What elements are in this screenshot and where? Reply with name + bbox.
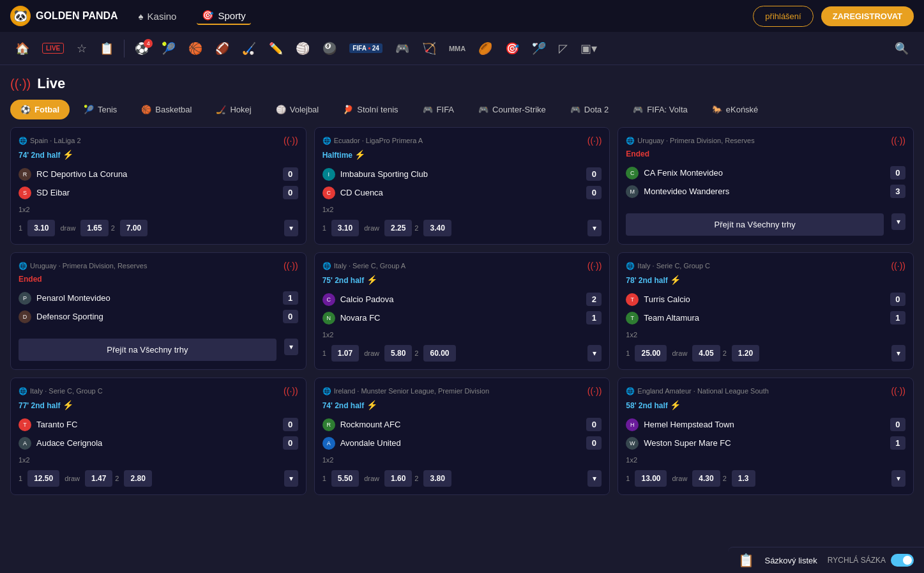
sport-tab-dota2[interactable]: 🎮Dota 2	[560, 100, 619, 119]
odd-draw-button[interactable]: 5.80	[384, 345, 412, 362]
live-indicator: ((·))	[587, 135, 602, 146]
odd2-button[interactable]: 3.80	[423, 470, 451, 487]
search-icon[interactable]: 🔍	[890, 38, 914, 59]
odds-label: 1x2	[322, 456, 602, 464]
odd-draw-button[interactable]: 1.65	[80, 220, 108, 236]
expand-button[interactable]: ▾	[587, 220, 602, 236]
home-team-row: T Taranto FC 0	[19, 415, 298, 434]
sport-tab-counter-strike[interactable]: 🎮Counter-Strike	[468, 100, 556, 119]
favorites-icon[interactable]: ☆	[72, 38, 92, 59]
away-team-row: D Defensor Sporting 0	[19, 307, 298, 326]
expand-button[interactable]: ▾	[891, 470, 905, 487]
home-icon[interactable]: 🏠	[10, 38, 34, 59]
odd2-button[interactable]: 7.00	[120, 220, 148, 236]
odd1-button[interactable]: 3.10	[331, 220, 359, 236]
sport-tab-icon: 🏀	[141, 105, 151, 114]
odd2-button[interactable]: 60.00	[423, 345, 455, 362]
sport-tab-fifa[interactable]: 🎮FIFA	[413, 100, 464, 119]
odd-draw-button[interactable]: 4.05	[692, 345, 720, 362]
mma-icon[interactable]: MMA	[444, 41, 471, 56]
odd1-button[interactable]: 3.10	[27, 220, 55, 236]
home-team-info: H Hemel Hempstead Town	[626, 418, 734, 431]
odd2-button[interactable]: 3.40	[423, 220, 451, 236]
soccer-icon[interactable]: ⚽ 4	[130, 38, 154, 59]
draw-label: draw	[364, 224, 379, 232]
odd-draw-button[interactable]: 1.60	[384, 470, 412, 487]
go-markets-row: Přejít na Všechny trhy ▾	[626, 207, 905, 236]
expand-button[interactable]: ▾	[587, 345, 602, 362]
home-team-name: Calcio Padova	[340, 294, 394, 304]
home-team-logo: I	[322, 168, 335, 181]
diagonal-icon[interactable]: ◸	[554, 38, 573, 59]
odd1-button[interactable]: 13.00	[635, 470, 667, 487]
odd1-button[interactable]: 12.50	[27, 470, 59, 487]
live-badge-nav[interactable]: LIVE	[37, 39, 69, 57]
sport-tab-fotbal[interactable]: ⚽Fotbal	[10, 100, 70, 119]
away-team-info: A Avondale United	[322, 437, 401, 450]
away-team-row: S SD Eibar 0	[19, 183, 298, 202]
go-markets-button[interactable]: Přejít na Všechny trhy	[19, 339, 276, 361]
odd-draw-button[interactable]: 4.30	[692, 470, 720, 487]
odd1-label: 1	[322, 224, 326, 232]
match-card-match2: 🌐 Ecuador · LigaPro Primera A ((·)) Half…	[314, 127, 610, 245]
expand-button[interactable]: ▾	[891, 213, 905, 230]
odd1-button[interactable]: 25.00	[635, 345, 667, 362]
billiards-icon[interactable]: 🎱	[317, 38, 342, 59]
live-indicator: ((·))	[891, 261, 905, 271]
odd1-button[interactable]: 1.07	[331, 345, 359, 362]
sport-tab-basketbal[interactable]: 🏀Basketbal	[131, 100, 202, 119]
odd-draw-button[interactable]: 1.47	[85, 470, 112, 487]
logo[interactable]: 🐼 GOLDEN PANDA	[10, 6, 118, 26]
sport-tab-ekonske[interactable]: 🐎eKońské	[702, 100, 769, 119]
nav-sports[interactable]: 🎯 Sporty	[197, 7, 250, 25]
hockey-icon[interactable]: 🏑	[237, 38, 261, 59]
register-button[interactable]: ZAREGISTROVAT	[821, 6, 914, 26]
sport-tab-hokej[interactable]: 🏒Hokej	[206, 100, 261, 119]
darts-icon[interactable]: 🎯	[500, 38, 524, 59]
go-markets-button[interactable]: Přejít na Všechny trhy	[626, 213, 884, 236]
odds-label: 1x2	[626, 456, 905, 464]
globe-icon: 🌐	[19, 262, 27, 270]
globe-icon: 🌐	[626, 262, 635, 270]
nav-casino[interactable]: ♠ Kasino	[133, 8, 182, 24]
expand-button[interactable]: ▾	[284, 470, 298, 487]
home-team-info: R Rockmount AFC	[322, 418, 401, 431]
icon-navigation: 🏠 LIVE ☆ 📋 ⚽ 4 🎾 🏀 🏈 🏑 ✏️ 🏐 🎱 FIFA●24 🎮 …	[0, 32, 924, 65]
sport-tab-fifa-volta[interactable]: 🎮FIFA: Volta	[623, 100, 698, 119]
away-team-row: C CD Cuenca 0	[322, 183, 602, 202]
card-header: 🌐 Italy · Serie C, Group C ((·))	[626, 261, 905, 271]
match-card-match5: 🌐 Italy · Serie C, Group A ((·)) 75' 2nd…	[314, 252, 610, 370]
expand-button[interactable]: ▾	[284, 339, 298, 355]
archery-icon[interactable]: 🏹	[417, 38, 441, 59]
expand-button[interactable]: ▾	[587, 470, 602, 487]
odd1-label: 1	[322, 475, 326, 482]
away-team-info: S SD Eibar	[19, 187, 70, 199]
away-team-logo: A	[322, 437, 335, 450]
basketball-icon[interactable]: 🏀	[183, 38, 208, 59]
login-button[interactable]: přihlášení	[753, 6, 813, 27]
odd2-button[interactable]: 2.80	[124, 470, 151, 487]
odd2-button[interactable]: 1.20	[732, 345, 759, 362]
sport-tab-tenis[interactable]: 🎾Tenis	[73, 100, 127, 119]
badminton-icon[interactable]: 🏸	[527, 38, 551, 59]
sport-tab-volejbal[interactable]: 🏐Volejbal	[266, 100, 329, 119]
fifa-icon[interactable]: FIFA●24	[344, 40, 388, 57]
esports-icon[interactable]: 🎮	[390, 38, 414, 59]
notes-icon[interactable]: 📋	[95, 38, 119, 59]
odd1-button[interactable]: 5.50	[331, 470, 359, 487]
volleyball-icon[interactable]: 🏐	[291, 38, 315, 59]
away-team-score: 0	[586, 436, 602, 450]
expand-button[interactable]: ▾	[891, 345, 905, 362]
odd-draw-button[interactable]: 2.25	[384, 220, 412, 236]
odd2-label: 2	[115, 475, 119, 482]
away-team-name: CD Cuenca	[340, 188, 383, 197]
card-header: 🌐 England Amateur · National League Sout…	[626, 386, 905, 396]
tennis-icon[interactable]: 🎾	[156, 38, 181, 59]
football-icon[interactable]: 🏈	[210, 38, 234, 59]
rugby-icon[interactable]: 🏉	[473, 38, 497, 59]
expand-button[interactable]: ▾	[284, 220, 298, 236]
boxing-icon[interactable]: ✏️	[264, 38, 288, 59]
sport-tab-stolni-tenis[interactable]: 🏓Stolní tenis	[333, 100, 408, 119]
more-icon[interactable]: ▣▾	[575, 38, 602, 59]
odd2-button[interactable]: 1.3	[732, 470, 755, 487]
